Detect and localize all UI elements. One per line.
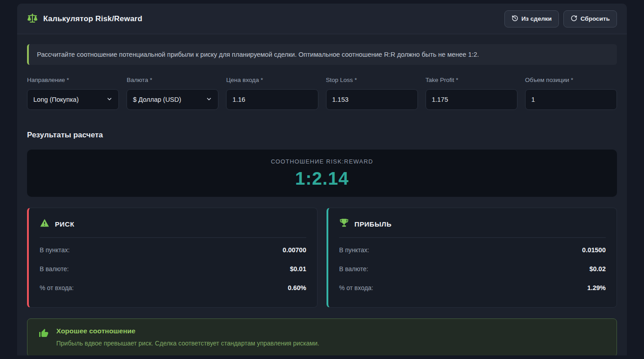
position-size-label: Объем позиции *	[525, 77, 617, 83]
page-title: Калькулятор Risk/Reward	[43, 14, 142, 23]
take-profit-label: Take Profit *	[426, 77, 517, 83]
divider	[339, 237, 606, 238]
from-trade-button[interactable]: Из сделки	[504, 10, 559, 27]
refresh-icon	[571, 15, 577, 23]
chevron-down-icon	[106, 96, 113, 104]
position-size-input[interactable]	[531, 96, 611, 103]
history-icon	[512, 15, 518, 23]
entry-price-field: Цена входа *	[226, 77, 318, 110]
ratio-label: СООТНОШЕНИЕ RISK:REWARD	[271, 158, 373, 165]
risk-row-currency: В валюте: $0.01	[40, 259, 306, 278]
currency-label: Валюта *	[127, 77, 218, 83]
verdict-text: Прибыль вдвое превышает риск. Сделка соо…	[56, 340, 319, 347]
chevron-down-icon	[206, 96, 212, 104]
risk-reward-calculator-panel: Калькулятор Risk/Reward Из сделки	[17, 4, 627, 355]
ratio-value: 1:2.14	[295, 168, 349, 189]
reset-button[interactable]: Сбросить	[563, 10, 617, 27]
info-banner: Рассчитайте соотношение потенциальной пр…	[27, 44, 617, 65]
profit-card: ПРИБЫЛЬ В пунктах: 0.01500 В валюте: $0.…	[327, 208, 617, 308]
balance-scale-icon	[27, 13, 38, 25]
trophy-icon	[339, 218, 349, 230]
risk-card-title: РИСК	[55, 220, 74, 228]
direction-select[interactable]: Long (Покупка)	[27, 89, 119, 110]
trade-form: Направление * Long (Покупка) Валюта * $ …	[27, 77, 617, 110]
take-profit-input[interactable]	[432, 96, 511, 103]
direction-label: Направление *	[27, 77, 119, 83]
profit-row-percent: % от входа: 1.29%	[339, 278, 606, 297]
profit-row-points: В пунктах: 0.01500	[339, 241, 606, 259]
profit-card-title: ПРИБЫЛЬ	[354, 220, 392, 228]
stop-loss-label: Stop Loss *	[326, 77, 418, 83]
panel-header: Калькулятор Risk/Reward Из сделки	[17, 4, 627, 34]
verdict-title: Хорошее соотношение	[56, 327, 319, 335]
info-banner-text: Рассчитайте соотношение потенциальной пр…	[37, 51, 479, 58]
profit-row-currency: В валюте: $0.02	[339, 259, 606, 278]
currency-field: Валюта * $ Доллар (USD)	[127, 77, 218, 110]
risk-row-percent: % от входа: 0.60%	[40, 278, 306, 297]
entry-price-label: Цена входа *	[226, 77, 318, 83]
ratio-panel: СООТНОШЕНИЕ RISK:REWARD 1:2.14	[27, 150, 617, 197]
divider	[40, 237, 306, 238]
results-heading: Результаты расчета	[27, 131, 617, 140]
direction-field: Направление * Long (Покупка)	[27, 77, 119, 110]
stop-loss-input[interactable]	[332, 96, 412, 103]
thumbs-up-icon	[38, 327, 49, 348]
position-size-field: Объем позиции *	[525, 77, 617, 110]
take-profit-field: Take Profit *	[426, 77, 517, 110]
entry-price-input[interactable]	[232, 96, 312, 103]
risk-card: РИСК В пунктах: 0.00700 В валюте: $0.01 …	[27, 208, 317, 308]
currency-select[interactable]: $ Доллар (USD)	[127, 89, 218, 110]
stop-loss-field: Stop Loss *	[326, 77, 418, 110]
warning-triangle-icon	[40, 218, 50, 230]
risk-row-points: В пунктах: 0.00700	[40, 241, 306, 259]
verdict-banner: Хорошее соотношение Прибыль вдвое превыш…	[27, 318, 617, 355]
